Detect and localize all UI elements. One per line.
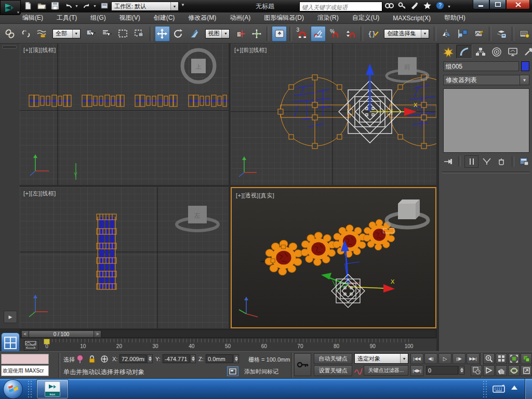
communication-center-icon[interactable]	[410, 2, 419, 12]
track-bar[interactable]: 0102030405060708090100	[20, 339, 436, 352]
bind-to-space-warp-icon[interactable]	[34, 26, 49, 42]
spinner-snap-toggle-icon[interactable]	[343, 26, 358, 42]
search-input[interactable]	[300, 3, 382, 12]
viewport-front-label[interactable]: [+][前][线框]	[234, 46, 267, 54]
reference-coordinate-combo[interactable]: 视图 ▼	[205, 29, 230, 38]
next-frame-playback-button[interactable]: ||▶	[453, 353, 466, 364]
viewcube-top[interactable]: 上	[182, 50, 215, 82]
layer-manager-icon[interactable]	[494, 26, 509, 42]
select-and-move-icon[interactable]	[155, 26, 170, 42]
viewport-front-canvas[interactable]: X 前	[231, 44, 436, 185]
save-icon[interactable]	[50, 1, 60, 10]
select-and-link-icon[interactable]	[2, 26, 17, 42]
set-keys-button[interactable]	[294, 353, 311, 376]
tab-create[interactable]	[440, 45, 456, 59]
new-file-icon[interactable]	[23, 1, 33, 10]
modifier-list-dropdown[interactable]: 修改器列表 ▼	[443, 75, 529, 85]
key-filter-combo[interactable]: 选定对象 ▼	[354, 353, 408, 364]
maxscript-mini-listener-macro[interactable]	[1, 354, 49, 364]
window-crossing-toggle-icon[interactable]	[132, 26, 147, 42]
viewcube-left[interactable]: 左	[177, 206, 218, 231]
z-coord-spinner[interactable]	[233, 354, 239, 363]
pan-hand-icon[interactable]	[496, 365, 507, 376]
application-menu-button[interactable]: ▼	[0, 0, 21, 15]
play-button[interactable]: ▷	[438, 353, 451, 364]
rectangular-selection-region-icon[interactable]	[116, 26, 131, 42]
scene-flower-objects[interactable]	[265, 219, 395, 275]
y-coord-field[interactable]	[163, 354, 190, 363]
named-selection-set-combo[interactable]: 创建选择集 ▼	[384, 29, 429, 38]
previous-frame-button[interactable]: <	[21, 330, 29, 338]
zoom-extents-selected-icon[interactable]	[508, 353, 520, 364]
input-method-keyboard-icon[interactable]	[493, 384, 505, 395]
zoom-extents-all-icon[interactable]	[521, 353, 532, 364]
x-coord-field[interactable]	[119, 354, 147, 363]
viewport-top[interactable]: [+][顶][线框]	[20, 44, 229, 185]
select-object-icon[interactable]	[84, 26, 99, 42]
use-pivot-point-center-icon[interactable]	[233, 26, 248, 42]
absolute-mode-transform-icon[interactable]	[100, 355, 109, 366]
communicator-button[interactable]	[227, 366, 238, 376]
show-hidden-icons-arrow-icon[interactable]	[511, 385, 517, 390]
set-key-button[interactable]: 设置关键点	[314, 365, 352, 376]
undo-dropdown-icon[interactable]: ▼	[75, 4, 78, 8]
viewcube-perspective[interactable]	[387, 200, 428, 228]
workspace-combo[interactable]: 工作区: 默认 ▼	[111, 2, 179, 11]
menu-item-5[interactable]: 修改器(M)	[181, 12, 223, 24]
project-folder-icon[interactable]	[100, 1, 110, 10]
open-file-icon[interactable]	[36, 1, 47, 10]
menu-item-11[interactable]: 帮助(H)	[437, 12, 472, 24]
mirror-icon[interactable]	[439, 26, 454, 42]
viewport-left-canvas[interactable]: 左	[20, 187, 229, 328]
help-dropdown-icon[interactable]: ▼	[447, 5, 451, 8]
curve-editor-icon[interactable]	[471, 26, 486, 42]
tab-motion[interactable]	[488, 45, 504, 59]
reference-coordinate-arrow-icon[interactable]: ▼	[221, 30, 229, 38]
add-time-tag[interactable]: 添加时间标记	[244, 368, 278, 376]
auto-key-button[interactable]: 自动关键点	[314, 353, 352, 364]
redo-icon[interactable]	[82, 1, 92, 10]
selection-filter-combo[interactable]: 全部 ▼	[52, 29, 81, 38]
modifier-list-arrow-icon[interactable]: ▼	[520, 75, 529, 85]
start-button[interactable]	[3, 379, 23, 399]
search-box[interactable]	[299, 2, 382, 11]
minimize-button[interactable]	[473, 0, 489, 9]
percent-snap-toggle-icon[interactable]: %	[327, 26, 342, 42]
menu-item-2[interactable]: 组(G)	[84, 12, 112, 24]
align-icon[interactable]	[455, 26, 470, 42]
current-frame-field[interactable]	[426, 366, 458, 375]
key-filters-button[interactable]: 关键点过滤器...	[364, 365, 408, 376]
viewport-top-label[interactable]: [+][顶][线框]	[23, 46, 56, 54]
select-and-manipulate-icon[interactable]	[249, 26, 264, 42]
select-and-rotate-icon[interactable]	[171, 26, 186, 42]
keyboard-shortcut-override-icon[interactable]	[272, 26, 287, 42]
render-setup-icon[interactable]	[517, 26, 532, 42]
menu-item-4[interactable]: 创建(C)	[147, 12, 182, 24]
redo-dropdown-icon[interactable]: ▼	[93, 4, 97, 8]
previous-frame-playback-button[interactable]: ◀||	[424, 353, 437, 364]
object-color-swatch[interactable]	[521, 61, 529, 71]
viewport-front[interactable]: [+][前][线框]	[231, 44, 436, 185]
edit-named-selection-sets-icon[interactable]: {}	[366, 26, 381, 42]
make-unique-icon[interactable]	[481, 156, 493, 167]
angle-snap-toggle-icon[interactable]	[311, 26, 326, 42]
object-name-field[interactable]: 组005	[443, 61, 519, 71]
menu-item-10[interactable]: MAXScript(X)	[386, 13, 437, 23]
menu-item-6[interactable]: 动画(A)	[223, 12, 257, 24]
named-selection-set-arrow-icon[interactable]: ▼	[421, 30, 429, 38]
x-coord-spinner[interactable]	[147, 354, 153, 363]
favorites-star-icon[interactable]	[423, 2, 432, 12]
menu-item-1[interactable]: 工具(T)	[50, 12, 84, 24]
dock-handle[interactable]	[2, 45, 17, 49]
select-and-scale-icon[interactable]	[187, 26, 202, 42]
key-filter-arrow-icon[interactable]: ▼	[400, 354, 408, 363]
workspace-combo-arrow-icon[interactable]: ▼	[170, 2, 178, 10]
zoom-all-icon[interactable]	[496, 353, 507, 364]
menu-item-7[interactable]: 图形编辑器(D)	[257, 12, 311, 24]
time-configuration-icon[interactable]	[471, 365, 482, 376]
subscription-key-icon[interactable]	[398, 2, 406, 12]
key-mode-toggle-button[interactable]: |◀▶|	[410, 365, 423, 376]
current-frame-spinner[interactable]	[459, 366, 464, 375]
viewport-perspective-canvas[interactable]: X	[232, 188, 435, 327]
isolate-selection-icon[interactable]	[76, 355, 84, 366]
